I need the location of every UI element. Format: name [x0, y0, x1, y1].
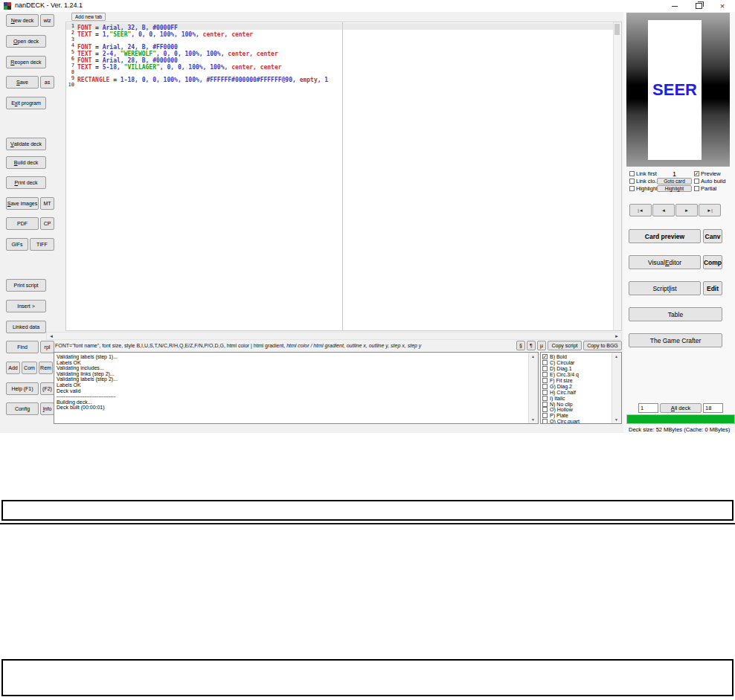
highlight-button[interactable]: Highlight: [657, 185, 692, 192]
checklist-item-o-hollow[interactable]: O) Hollow: [542, 407, 612, 413]
sidebar-button-find[interactable]: Find: [6, 341, 39, 353]
checkbox[interactable]: [542, 366, 548, 371]
sidebar-button-info[interactable]: Info: [40, 402, 54, 415]
checklist-item-n-no-clip[interactable]: N) No clip: [542, 401, 612, 407]
helpbar-button-copy-script[interactable]: Copy script: [548, 341, 582, 350]
checkbox[interactable]: [542, 390, 548, 395]
helpbar-button-copy-to-bgg[interactable]: Copy to BGG: [583, 341, 622, 350]
checkbox-auto-build[interactable]: Auto build: [694, 178, 725, 184]
editor-right-pane[interactable]: [343, 23, 614, 330]
checklist-item-c-circular[interactable]: C) Circular: [542, 360, 612, 366]
next-card-button[interactable]: ►: [675, 204, 698, 216]
scroll-left-icon[interactable]: ◄: [47, 333, 56, 339]
helpbar-button-[interactable]: ¶: [527, 341, 536, 350]
checklist-item-f-fit-size[interactable]: F) Fit size: [542, 378, 612, 384]
the-game-crafter-button[interactable]: The Game Crafter: [629, 333, 722, 347]
sidebar-button-pdf[interactable]: PDF: [6, 217, 39, 230]
card-preview-pane[interactable]: SEER: [626, 13, 730, 167]
sidebar-button-reopen-deck[interactable]: Reopen deck: [6, 56, 46, 68]
checklist-item-g-diag-2[interactable]: G) Diag.2: [542, 383, 612, 389]
checkbox-checked[interactable]: ✓: [694, 171, 699, 176]
canv-button[interactable]: Canv: [703, 229, 722, 243]
script-list-button[interactable]: Script list: [629, 281, 701, 295]
edit-button[interactable]: Edit: [703, 281, 722, 295]
checkbox[interactable]: [629, 179, 635, 184]
sidebar-button-help-f1[interactable]: Help (F1): [6, 382, 39, 395]
sidebar-button-add[interactable]: Add: [6, 362, 20, 374]
last-card-button[interactable]: ►|: [699, 204, 721, 216]
checkbox[interactable]: [542, 407, 548, 412]
sidebar-button-new-deck[interactable]: New deck: [6, 14, 39, 27]
scroll-up-icon[interactable]: ▲: [529, 353, 537, 360]
checkbox[interactable]: [542, 413, 548, 418]
sidebar-button-save[interactable]: Save: [6, 76, 39, 89]
checkbox[interactable]: [542, 396, 548, 401]
editor-horizontal-scrollbar[interactable]: ◄ ►: [46, 332, 622, 340]
checkbox[interactable]: [629, 171, 635, 176]
sidebar-button-linked-data[interactable]: Linked data: [6, 321, 46, 333]
sidebar-button-f2[interactable]: (F2): [40, 382, 54, 395]
sidebar-button-tiff[interactable]: TIFF: [30, 238, 54, 251]
checkbox-preview[interactable]: ✓Preview: [694, 170, 721, 177]
close-icon[interactable]: ×: [717, 1, 728, 11]
sidebar-button-cp[interactable]: CP: [40, 217, 54, 230]
checkbox[interactable]: [542, 360, 548, 365]
sidebar-button-wiz[interactable]: wiz: [40, 14, 54, 27]
comp-button[interactable]: Comp: [703, 255, 722, 269]
previous-card-button[interactable]: ◄: [652, 204, 675, 216]
sidebar-button-save-images[interactable]: Save images: [6, 197, 39, 210]
helpbar-button-[interactable]: §: [516, 341, 525, 350]
checklist-item-p-plate[interactable]: P) Plate: [542, 413, 612, 419]
checklist-item-b-bold[interactable]: ✓B) Bold: [542, 354, 612, 360]
checklist-item-i-italic[interactable]: I) Italic: [542, 395, 612, 401]
font-style-checklist[interactable]: ✓B) BoldC) CircularD) Diag.1E) Circ.3/4 …: [540, 352, 622, 424]
visual-editor-button[interactable]: Visual Editor: [629, 255, 701, 269]
checklist-item-d-diag-1[interactable]: D) Diag.1: [542, 366, 612, 372]
checkbox[interactable]: [694, 186, 699, 191]
goto-card-button[interactable]: Goto card: [657, 178, 692, 184]
scrollbar-thumb[interactable]: [614, 24, 620, 35]
checklist-item-e-circ-3-4-q[interactable]: E) Circ.3/4 q: [542, 372, 612, 378]
code-pane[interactable]: FONT = Arial, 32, B, #0000FFTEXT = 1,"SE…: [76, 23, 342, 89]
editor-vertical-scrollbar[interactable]: [613, 22, 621, 330]
sidebar-button-open-deck[interactable]: Open deck: [6, 35, 46, 48]
checkbox[interactable]: [542, 372, 548, 377]
checkbox-partial[interactable]: Partial: [694, 185, 716, 192]
checkbox-link-first[interactable]: Link first: [629, 170, 657, 177]
range-from-input[interactable]: [638, 403, 658, 413]
scroll-up-icon[interactable]: ▲: [612, 353, 620, 360]
sidebar-button-insert[interactable]: Insert >: [6, 300, 46, 312]
restore-icon[interactable]: [693, 1, 704, 11]
sidebar-button-build-deck[interactable]: Build deck: [6, 156, 46, 169]
scroll-down-icon[interactable]: ▼: [529, 416, 537, 423]
sidebar-button-com[interactable]: Com: [22, 362, 37, 374]
script-editor[interactable]: 12345678910 FONT = Arial, 32, B, #0000FF…: [65, 22, 622, 331]
scroll-right-icon[interactable]: ►: [612, 333, 621, 339]
checkbox[interactable]: [542, 378, 548, 383]
range-to-input[interactable]: [703, 403, 723, 413]
sidebar-button-gifs[interactable]: GIFs: [6, 238, 28, 251]
checkbox-highlight[interactable]: Highlight: [629, 185, 658, 192]
checkbox-checked[interactable]: ✓: [542, 354, 548, 359]
log-scrollbar[interactable]: ▲ ▼: [528, 353, 538, 423]
checkbox[interactable]: [629, 186, 635, 191]
all-deck-button[interactable]: All deck: [660, 403, 702, 413]
sidebar-button-mt[interactable]: MT: [40, 197, 54, 210]
checklist-scrollbar[interactable]: ▲ ▼: [612, 353, 621, 423]
sidebar-button-config[interactable]: Config: [6, 402, 39, 415]
first-card-button[interactable]: |◄: [629, 204, 652, 216]
minimize-icon[interactable]: [670, 1, 680, 11]
checkbox-link-clo[interactable]: Link clo.: [629, 178, 657, 184]
sidebar-button-rem[interactable]: Rem: [39, 362, 53, 374]
sidebar-button-exit-program[interactable]: Exit program: [6, 97, 46, 109]
scroll-down-icon[interactable]: ▼: [612, 416, 620, 423]
validation-log[interactable]: Validating labels (step 1)...Labels OKVa…: [54, 352, 539, 424]
sidebar-button-validate-deck[interactable]: Validate deck: [6, 138, 46, 150]
checkbox[interactable]: [542, 384, 548, 389]
table-button[interactable]: Table: [629, 307, 722, 321]
sidebar-button-as[interactable]: as: [40, 76, 54, 89]
helpbar-button-[interactable]: µ: [537, 341, 546, 350]
checkbox[interactable]: [694, 179, 699, 184]
checklist-item-h-circ-half[interactable]: H) Circ.half: [542, 389, 612, 395]
sidebar-button-print-script[interactable]: Print script: [6, 279, 46, 292]
